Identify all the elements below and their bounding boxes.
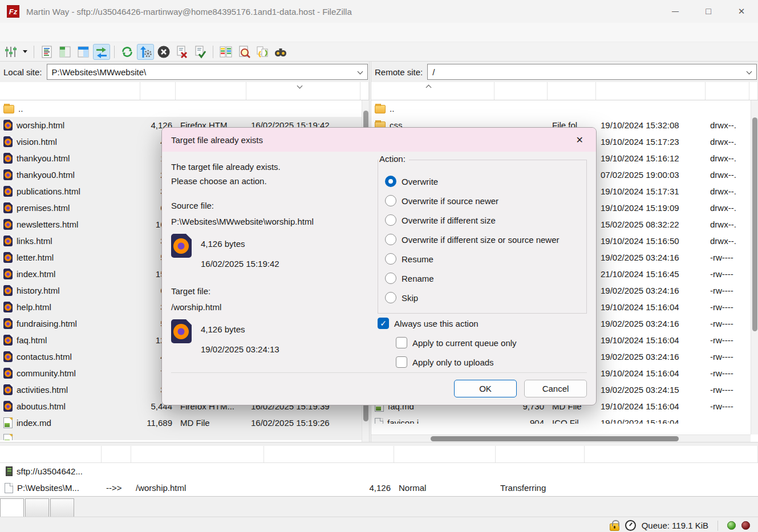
menu-item[interactable] bbox=[3, 23, 17, 42]
synchronized-browsing-icon[interactable] bbox=[254, 44, 271, 60]
column-header[interactable] bbox=[585, 446, 758, 462]
column-header[interactable] bbox=[246, 82, 360, 100]
scrollbar-thumb[interactable] bbox=[752, 117, 757, 331]
dialog-checkbox-row[interactable]: Always use this action bbox=[378, 314, 587, 333]
radio-button-icon[interactable] bbox=[385, 214, 396, 226]
remote-vertical-scrollbar[interactable] bbox=[751, 100, 758, 434]
column-header[interactable] bbox=[0, 446, 102, 462]
column-header[interactable] bbox=[102, 446, 131, 462]
action-radio-option[interactable]: Resume bbox=[385, 249, 579, 269]
dialog-checkbox-row[interactable]: Apply only to uploads bbox=[378, 352, 587, 372]
radio-button-icon[interactable] bbox=[385, 195, 396, 206]
file-icon bbox=[3, 401, 13, 412]
reconnect-icon[interactable] bbox=[192, 44, 209, 60]
cancel-operation-icon[interactable] bbox=[155, 44, 172, 60]
chevron-down-icon[interactable] bbox=[747, 69, 752, 75]
remote-site-combobox[interactable]: / bbox=[427, 64, 757, 80]
menu-item[interactable] bbox=[44, 23, 58, 42]
menu-item[interactable] bbox=[31, 23, 44, 42]
action-radio-option[interactable]: Skip bbox=[385, 288, 579, 307]
chevron-down-icon[interactable] bbox=[358, 69, 363, 75]
search-icon[interactable] bbox=[272, 44, 289, 60]
action-radio-option[interactable]: Overwrite if different size or source ne… bbox=[385, 230, 579, 249]
find-files-icon[interactable] bbox=[236, 44, 253, 60]
table-row[interactable]: favicon.i... 904 ICO Fil... 19/10/2024 1… bbox=[371, 415, 751, 431]
queue-tab[interactable] bbox=[50, 498, 74, 517]
column-header[interactable] bbox=[596, 82, 706, 100]
site-manager-dropdown-icon[interactable] bbox=[23, 50, 27, 53]
menu-item[interactable] bbox=[58, 23, 72, 42]
file-icon bbox=[3, 318, 13, 329]
action-radio-option[interactable]: Rename bbox=[385, 269, 579, 288]
radio-button-icon[interactable] bbox=[385, 176, 396, 187]
menu-item[interactable] bbox=[72, 23, 86, 42]
column-header[interactable] bbox=[548, 82, 596, 100]
column-header[interactable] bbox=[494, 82, 548, 100]
dialog-checkbox-row[interactable]: Apply to current queue only bbox=[378, 333, 587, 352]
toolbar-separator bbox=[114, 46, 115, 58]
local-site-label: Local site: bbox=[3, 67, 42, 77]
remote-file-cell: /worship.html bbox=[131, 483, 264, 493]
action-radio-option[interactable]: Overwrite if different size bbox=[385, 210, 579, 230]
column-header[interactable] bbox=[0, 82, 140, 100]
table-row[interactable]: .. bbox=[0, 100, 362, 117]
site-manager-icon[interactable] bbox=[2, 44, 19, 60]
column-header[interactable] bbox=[394, 446, 496, 462]
checkbox-icon[interactable] bbox=[396, 337, 407, 348]
menu-item[interactable] bbox=[86, 23, 99, 42]
cancel-button[interactable]: Cancel bbox=[524, 380, 587, 397]
toggle-transfer-queue-icon[interactable] bbox=[93, 44, 110, 60]
dialog-close-icon[interactable] bbox=[573, 133, 587, 147]
column-header[interactable] bbox=[371, 82, 494, 100]
table-row[interactable] bbox=[0, 431, 362, 442]
queue-row[interactable]: sftp://u3504642... bbox=[0, 463, 758, 480]
checkbox-icon[interactable] bbox=[378, 318, 389, 329]
column-header[interactable] bbox=[706, 82, 749, 100]
toggle-local-tree-icon[interactable] bbox=[56, 44, 74, 60]
minimize-button[interactable] bbox=[659, 0, 692, 23]
disconnect-icon[interactable] bbox=[173, 44, 190, 60]
queue-tab[interactable] bbox=[25, 498, 49, 517]
column-header[interactable] bbox=[360, 82, 369, 100]
column-header[interactable] bbox=[131, 446, 264, 462]
refresh-icon[interactable] bbox=[119, 44, 136, 60]
close-button[interactable] bbox=[725, 0, 758, 23]
action-radio-option[interactable]: Overwrite if source newer bbox=[385, 191, 579, 210]
speed-limit-icon[interactable] bbox=[625, 520, 636, 531]
column-header[interactable] bbox=[496, 446, 585, 462]
radio-button-icon[interactable] bbox=[385, 292, 396, 303]
column-header[interactable] bbox=[264, 446, 394, 462]
radio-label: Overwrite bbox=[402, 177, 438, 186]
horizontal-splitter[interactable] bbox=[0, 442, 758, 446]
queue-row[interactable]: P:\Websites\M... -->> /worship.html 4,12… bbox=[0, 480, 758, 496]
queue-tab[interactable] bbox=[0, 498, 24, 517]
menu-item[interactable] bbox=[17, 23, 31, 42]
priority-cell: Normal bbox=[394, 483, 496, 493]
ok-button[interactable]: OK bbox=[454, 380, 517, 397]
permissions-cell: -rw---- bbox=[706, 286, 749, 295]
action-radio-option[interactable]: Overwrite bbox=[385, 172, 579, 191]
local-column-headers bbox=[0, 82, 369, 100]
process-queue-icon[interactable] bbox=[137, 44, 154, 60]
maximize-button[interactable] bbox=[692, 0, 725, 23]
toggle-remote-tree-icon[interactable] bbox=[75, 44, 92, 60]
remote-horizontal-scrollbar[interactable] bbox=[371, 434, 751, 442]
column-header[interactable] bbox=[749, 82, 758, 100]
radio-button-icon[interactable] bbox=[385, 253, 396, 265]
permissions-cell: drwx--. bbox=[706, 170, 749, 180]
modified-cell: 19/02/2025 03:24:16 bbox=[596, 286, 706, 295]
local-site-combobox[interactable]: P:\Websites\MWwebsite\ bbox=[47, 64, 368, 80]
table-row[interactable]: index.md 11,689 MD File 16/02/2025 15:19… bbox=[0, 415, 362, 431]
activity-indicator-red-icon bbox=[741, 521, 750, 530]
scrollbar-thumb[interactable] bbox=[431, 436, 679, 441]
lock-icon bbox=[610, 523, 619, 531]
checkbox-label: Apply to current queue only bbox=[412, 338, 517, 348]
radio-button-icon[interactable] bbox=[385, 234, 396, 245]
radio-button-icon[interactable] bbox=[385, 273, 396, 284]
directory-comparison-icon[interactable] bbox=[217, 44, 234, 60]
column-header[interactable] bbox=[176, 82, 246, 100]
column-header[interactable] bbox=[140, 82, 176, 100]
checkbox-icon[interactable] bbox=[396, 356, 407, 368]
table-row[interactable]: .. bbox=[371, 100, 751, 117]
toggle-log-icon[interactable] bbox=[38, 44, 55, 60]
